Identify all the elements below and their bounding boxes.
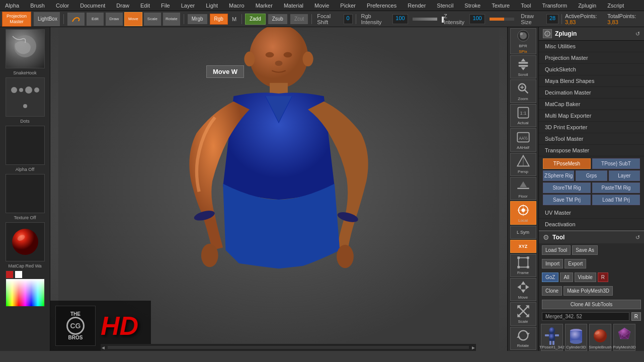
pastetm-rig-button[interactable]: PasteTM Rig [592, 183, 640, 193]
rotate-button[interactable]: Rotate [163, 12, 181, 26]
zplugin-subtool-master[interactable]: SubTool Master [539, 133, 644, 145]
storetm-rig-button[interactable]: StoreTM Rig [543, 183, 591, 193]
scroll-left-icon[interactable]: ◄ [101, 345, 106, 350]
menu-alpha[interactable]: Alpha [3, 2, 21, 10]
brush-preview[interactable] [6, 29, 45, 68]
layer-button[interactable]: Layer [609, 170, 640, 181]
all-button[interactable]: All [560, 273, 573, 282]
menu-color[interactable]: Color [54, 2, 71, 10]
menu-stencil[interactable]: Stencil [435, 2, 455, 10]
load-tm-prj-button[interactable]: Load TM Prj [592, 195, 640, 205]
clone-all-subtools-button[interactable]: Clone All SubTools [542, 300, 641, 309]
local-button[interactable]: Local [510, 201, 536, 224]
material-preview[interactable] [6, 222, 45, 261]
export-button[interactable]: Export [565, 259, 586, 268]
zplugin-decimation-master[interactable]: Decimation Master [539, 87, 644, 99]
menu-brush[interactable]: Brush [28, 2, 47, 10]
focal-value[interactable]: 0 [344, 14, 353, 24]
menu-picker[interactable]: Picker [338, 2, 358, 10]
zplugin-matcap-baker[interactable]: MatCap Baker [539, 99, 644, 110]
zplugin-transpose-master[interactable]: Transpose Master [539, 145, 644, 156]
scroll-track[interactable] [108, 346, 469, 349]
save-tm-prj-button[interactable]: Save TM Prj [543, 195, 591, 205]
menu-material[interactable]: Material [282, 2, 305, 10]
zadd-button[interactable]: Zadd [245, 14, 266, 25]
tool-thumb-polymesh3d[interactable]: PolyMesh3D [613, 324, 635, 351]
save-as-button[interactable]: Save As [572, 245, 598, 255]
zplugin-quicksketch[interactable]: QuickSketch [539, 64, 644, 75]
aahalf-button[interactable]: AA½ AAHalf [510, 128, 536, 151]
menu-light[interactable]: Light [204, 2, 220, 10]
texture-preview[interactable] [6, 174, 45, 213]
rgb-button[interactable]: Rgb [210, 14, 228, 25]
lsym-button[interactable]: L Sym [510, 226, 536, 239]
dots-preview[interactable] [6, 77, 45, 117]
menu-file[interactable]: File [159, 2, 172, 10]
rotate-nav-button[interactable]: Rotate [510, 327, 536, 350]
menu-tool[interactable]: Tool [519, 2, 533, 10]
tpose-subt-button[interactable]: TPose} SubT [592, 158, 640, 169]
clone-button[interactable]: Clone [542, 286, 562, 296]
r-button-goz[interactable]: R [598, 273, 608, 282]
zsphere-rig-button[interactable]: ZSphere Rig [543, 170, 574, 181]
move-button[interactable]: Move [124, 12, 142, 26]
goz-button[interactable]: GoZ [542, 273, 558, 282]
zcut-button[interactable]: Zcut [290, 14, 308, 25]
menu-draw[interactable]: Draw [114, 2, 131, 10]
menu-transform[interactable]: Transform [540, 2, 569, 10]
z-intensity-value[interactable]: 100 [469, 14, 485, 24]
visible-button[interactable]: Visible [575, 273, 596, 282]
zplugin-refresh-icon[interactable]: ↺ [635, 31, 640, 37]
menu-document[interactable]: Document [78, 2, 107, 10]
xyz-button[interactable]: XYZ [510, 240, 536, 252]
lightbox-button[interactable]: LightBox [33, 12, 60, 27]
import-button[interactable]: Import [542, 259, 563, 268]
r-button-tool[interactable]: R [631, 312, 641, 321]
zplugin-uv-master[interactable]: UV Master [539, 207, 644, 219]
move-nav-button[interactable]: Move [510, 278, 536, 301]
menu-zscript[interactable]: Zscript [605, 2, 626, 10]
tool-thumb-cylinder3d[interactable]: Cylinder3D [565, 324, 587, 351]
scroll-button[interactable]: Scroll [510, 55, 536, 78]
menu-movie[interactable]: Movie [312, 2, 331, 10]
menu-stroke[interactable]: Stroke [462, 2, 482, 10]
zplugin-misc-utilities[interactable]: Misc Utilities [539, 41, 644, 52]
menu-edit[interactable]: Edit [138, 2, 152, 10]
menu-zplugin[interactable]: Zplugin [576, 2, 598, 10]
persp-button[interactable]: Persp [510, 153, 536, 176]
menu-macro[interactable]: Macro [227, 2, 247, 10]
scroll-right-icon[interactable]: ► [471, 345, 476, 350]
edit-button[interactable]: Edit [86, 12, 104, 26]
menu-texture[interactable]: Texture [490, 2, 512, 10]
actual-button[interactable]: 1:1 Actual [510, 104, 536, 127]
zplugin-3d-print-exporter[interactable]: 3D Print Exporter [539, 122, 644, 133]
zoom-button[interactable]: Zoom [510, 79, 536, 103]
background-color[interactable] [15, 270, 23, 279]
make-polymesh3d-button[interactable]: Make PolyMesh3D [564, 286, 613, 296]
tool-thumb-tpose[interactable]: TPose#1_342 [541, 324, 563, 351]
zplugin-multi-map-exporter[interactable]: Multi Map Exporter [539, 110, 644, 122]
tposemesh-button[interactable]: TPoseMesh [543, 158, 591, 169]
zplugin-maya-blend-shapes[interactable]: Maya Blend Shapes [539, 75, 644, 87]
z-intensity-slider[interactable] [489, 17, 515, 21]
menu-render[interactable]: Render [406, 2, 428, 10]
tool-name-value[interactable]: Merged_342. 52 [542, 312, 629, 321]
alpha-preview[interactable] [6, 126, 45, 165]
rgb-intensity-value[interactable]: 100 [392, 14, 408, 24]
color-picker[interactable] [6, 279, 45, 307]
mrgb-button[interactable]: Mrgb [187, 14, 208, 25]
scale-nav-button[interactable]: Scale [510, 302, 536, 325]
foreground-color[interactable] [6, 270, 14, 279]
frame-button[interactable]: Frame [510, 254, 536, 277]
grps-button[interactable]: Grps [576, 170, 607, 181]
panel-collapse-arrow[interactable]: ◄ [507, 158, 508, 178]
tool-refresh-icon[interactable]: ↺ [635, 234, 640, 241]
menu-layer[interactable]: Layer [179, 2, 197, 10]
bpr-button[interactable]: BPR SPix [510, 28, 536, 54]
projection-master-button[interactable]: ProjectionMaster [2, 12, 31, 27]
menu-marker[interactable]: Marker [254, 2, 275, 10]
floor-button[interactable]: Floor [510, 177, 536, 200]
draw-button[interactable]: Draw [105, 12, 123, 26]
scale-button[interactable]: Scale [143, 12, 162, 26]
bottom-scrollbar[interactable]: ◄ ► [101, 344, 476, 351]
